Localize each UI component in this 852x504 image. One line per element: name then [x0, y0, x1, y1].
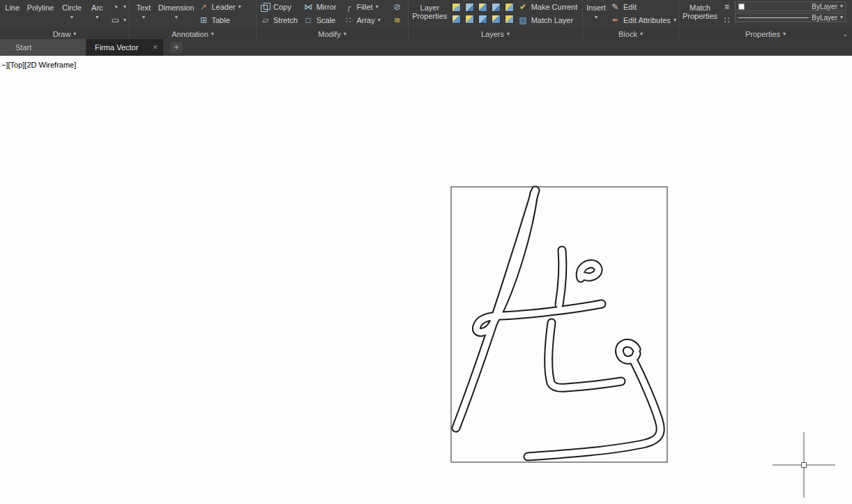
linetype-sample-icon — [738, 17, 809, 18]
ribbon-panel-block: Insert ▾ ✎ Edit ✒ Edit Attributes ▾ B — [583, 0, 679, 39]
text-button[interactable]: Text ▾ — [131, 0, 156, 28]
edit-block-button[interactable]: ✎ Edit — [608, 1, 676, 13]
chevron-down-icon: ▾ — [73, 31, 76, 37]
annotation-extra-column: ↗ Leader ▾ ⊞ Table — [196, 0, 254, 28]
viewport-controls[interactable]: −][Top][2D Wireframe] — [1, 61, 76, 69]
close-tab-icon[interactable]: × — [153, 43, 158, 52]
layer-tool-icon — [465, 3, 474, 12]
layer-tool-icon — [465, 15, 474, 24]
crosshair-cursor — [773, 432, 835, 498]
linetype-dropdown[interactable]: ByLayer ▾ — [735, 13, 846, 22]
panel-label-properties[interactable]: Properties ▾ — [679, 28, 852, 39]
active-tab-label: Firma Vector — [95, 43, 138, 52]
panel-label-block[interactable]: Block ▾ — [583, 28, 678, 39]
layer-tools-grid — [450, 0, 516, 28]
layer-tool-button[interactable] — [503, 13, 516, 25]
layer-tool-button[interactable] — [463, 13, 476, 25]
object-color-dropdown[interactable]: ByLayer ▾ — [735, 1, 846, 11]
drawing-view[interactable] — [0, 56, 852, 504]
rectangle-button[interactable]: ▭ ▾ — [108, 15, 128, 26]
ribbon-overflow-chevron-icon[interactable]: ⌄ — [842, 31, 848, 38]
chevron-down-icon[interactable]: ▾ — [840, 3, 843, 9]
properties-icon-column: ≡ ∷ — [720, 0, 735, 28]
match-layer-button[interactable]: ▨ Match Layer — [516, 15, 581, 26]
draw-panel-content: Line Polyline Circle ▾ Arc ▾ ◔ ▾ — [0, 0, 129, 28]
circle-button[interactable]: Circle ▾ — [57, 0, 86, 28]
layer-tool-button[interactable] — [450, 13, 463, 25]
make-current-button[interactable]: ✔ Make Current — [516, 1, 581, 13]
layer-tool-icon — [478, 15, 487, 24]
chevron-down-icon[interactable]: ▾ — [378, 17, 381, 23]
file-tab-firma-vector[interactable]: Firma Vector × — [86, 39, 163, 56]
arc-button[interactable]: Arc ▾ — [86, 0, 108, 28]
insert-button[interactable]: Insert ▾ — [584, 0, 608, 28]
grid-button[interactable]: ∷ — [720, 15, 735, 26]
list-button[interactable]: ≡ — [720, 1, 735, 13]
table-button[interactable]: ⊞ Table — [196, 15, 254, 26]
fillet-icon: ╭ — [343, 2, 353, 12]
layer-properties-button[interactable]: Layer Properties — [410, 0, 450, 28]
layer-tool-button[interactable] — [503, 1, 516, 13]
layer-tool-button[interactable] — [450, 1, 463, 13]
signature-bounding-rect[interactable] — [451, 187, 667, 462]
block-panel-title: Block — [618, 30, 637, 38]
linetype-value: ByLayer — [812, 14, 837, 22]
explode-icon: ≋ — [392, 15, 402, 25]
dimension-button[interactable]: Dimension ▾ — [156, 0, 197, 28]
chevron-down-icon: ▾ — [344, 31, 347, 37]
layer-tool-button[interactable] — [489, 1, 503, 13]
drawing-canvas[interactable]: −][Top][2D Wireframe] — [0, 56, 852, 504]
array-button[interactable]: ∷ Array ▾ — [341, 15, 390, 26]
new-tab-button[interactable]: + — [170, 42, 183, 53]
panel-label-draw[interactable]: Draw ▾ — [0, 28, 129, 39]
layers-panel-title: Layers — [481, 30, 504, 38]
chevron-down-icon[interactable]: ▾ — [142, 15, 145, 20]
start-tab-label: Start — [15, 43, 31, 52]
scale-button[interactable]: □ Scale — [301, 15, 342, 26]
chevron-down-icon[interactable]: ▾ — [595, 15, 598, 20]
chevron-down-icon[interactable]: ▾ — [376, 4, 379, 10]
chevron-down-icon[interactable]: ▾ — [123, 4, 126, 10]
fillet-button-label: Fillet — [356, 3, 372, 11]
panel-label-annotation[interactable]: Annotation ▾ — [130, 28, 256, 39]
text-button-label: Text — [137, 3, 151, 12]
polyline-button[interactable]: Polyline — [23, 0, 57, 28]
signature-paths[interactable] — [456, 190, 660, 457]
chevron-down-icon[interactable]: ▾ — [840, 15, 843, 20]
rectangle-icon: ▭ — [110, 15, 121, 25]
chevron-down-icon[interactable]: ▾ — [96, 15, 98, 20]
match-layer-icon: ▨ — [518, 15, 528, 25]
layer-tool-button[interactable] — [489, 13, 503, 25]
explode-button[interactable]: ≋ — [390, 15, 406, 26]
layer-tool-button[interactable] — [476, 1, 489, 13]
ellipse-button[interactable]: ◔ ▾ — [108, 1, 128, 13]
chevron-down-icon[interactable]: ▾ — [175, 15, 178, 20]
match-properties-button[interactable]: Match Properties — [680, 0, 720, 28]
layer-properties-button-label: Layer Properties — [410, 3, 450, 20]
modify-extra-column: ⊘ ≋ — [390, 0, 406, 28]
draw-panel-title: Draw — [53, 30, 71, 38]
layer-tool-button[interactable] — [476, 13, 489, 25]
panel-label-modify[interactable]: Modify ▾ — [257, 28, 408, 39]
chevron-down-icon[interactable]: ▾ — [674, 17, 676, 23]
line-button[interactable]: Line — [1, 0, 23, 28]
copy-button[interactable]: Copy — [258, 1, 301, 13]
line-button-label: Line — [5, 3, 20, 12]
stretch-button[interactable]: ▱ Stretch — [258, 15, 301, 26]
erase-button[interactable]: ⊘ — [390, 1, 406, 13]
chevron-down-icon[interactable]: ▾ — [70, 15, 73, 20]
fillet-button[interactable]: ╭ Fillet ▾ — [341, 1, 390, 13]
table-icon: ⊞ — [198, 15, 208, 25]
file-tab-start[interactable]: Start — [0, 39, 86, 56]
leader-button[interactable]: ↗ Leader ▾ — [196, 1, 254, 13]
layer-tool-button[interactable] — [463, 1, 476, 13]
panel-label-layers[interactable]: Layers ▾ — [409, 28, 582, 39]
chevron-down-icon: ▾ — [640, 31, 643, 37]
block-panel-content: Insert ▾ ✎ Edit ✒ Edit Attributes ▾ — [583, 0, 678, 28]
edit-attributes-button[interactable]: ✒ Edit Attributes ▾ — [608, 15, 676, 26]
chevron-down-icon[interactable]: ▾ — [238, 4, 241, 10]
mirror-button[interactable]: ⋈ Mirror — [301, 1, 342, 13]
chevron-down-icon[interactable]: ▾ — [123, 17, 126, 23]
ribbon-panel-draw: Line Polyline Circle ▾ Arc ▾ ◔ ▾ — [0, 0, 130, 39]
draw-extra-column: ◔ ▾ ▭ ▾ — [108, 0, 128, 28]
